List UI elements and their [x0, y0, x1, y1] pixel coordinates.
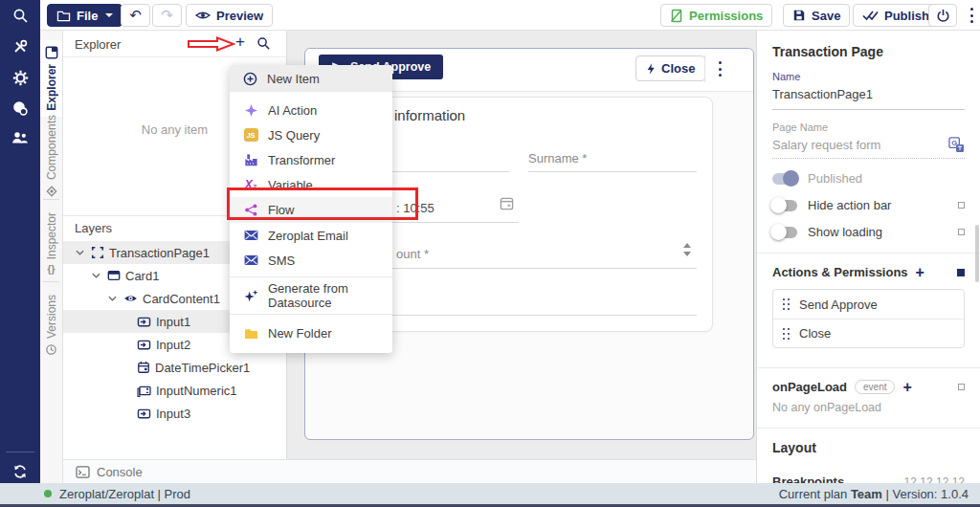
sync-icon [12, 464, 28, 479]
inspector-scrollbar[interactable] [975, 225, 979, 282]
console-bar[interactable]: Console [63, 459, 756, 483]
actions-permissions-title: Actions & Permissions [772, 265, 908, 279]
chevron-down-icon[interactable] [73, 250, 86, 255]
settings-button[interactable] [0, 64, 40, 91]
status-bar: Zeroplat/Zeroplat | Prod Current plan Te… [0, 483, 980, 504]
undo-button[interactable]: ↶ [121, 4, 150, 27]
plan-version-status: Current plan Team | Version: 1.0.4 [779, 487, 969, 501]
braces-icon: {} [48, 264, 56, 275]
action-item-close[interactable]: Close [773, 319, 964, 347]
chevron-down-icon[interactable] [89, 273, 102, 278]
datasource-button[interactable] [0, 95, 40, 121]
tab-explorer-label: Explorer [45, 64, 58, 111]
calendar-icon[interactable] [500, 196, 514, 210]
tab-versions[interactable]: Versions [40, 289, 62, 362]
page-more-options-button[interactable] [714, 61, 725, 77]
close-action-button[interactable]: Close [635, 55, 705, 81]
layers-title: Layers [75, 221, 112, 235]
show-loading-label: Show loading [808, 225, 882, 239]
menu-item-variable[interactable]: X₂ Variable [230, 172, 392, 197]
actions-list: Send Approve Close [772, 289, 965, 348]
breakpoints-value[interactable]: 12 12 12 12 [904, 475, 965, 484]
folder-icon [56, 10, 71, 22]
published-toggle[interactable] [772, 173, 797, 185]
action-item-label: Close [799, 326, 831, 341]
version-text: | Version: 1.0.4 [886, 487, 969, 501]
binding-indicator-icon[interactable] [958, 229, 965, 235]
hide-action-bar-toggle[interactable] [772, 200, 797, 211]
page-name-field-label: Page Name [772, 121, 965, 133]
tab-components-label: Components [45, 115, 58, 180]
input-field-extra[interactable] [339, 315, 697, 316]
globe-icon [12, 100, 28, 116]
search-button[interactable] [0, 2, 40, 29]
numeric-stepper[interactable] [683, 243, 691, 256]
menu-item-label: AI Action [268, 103, 317, 118]
name-field-value[interactable]: TransactionPage1 [772, 87, 965, 110]
layer-node-datetimepicker[interactable]: DateTimePicker1 [63, 356, 286, 379]
show-loading-toggle[interactable] [772, 227, 797, 238]
power-button[interactable] [928, 4, 957, 27]
breakpoints-row: Breakpoints 12 12 12 12 [772, 474, 965, 483]
add-onpageload-button[interactable]: + [902, 382, 911, 393]
menu-item-flow[interactable]: Flow [230, 197, 392, 223]
sync-button[interactable] [0, 458, 40, 485]
permissions-icon [670, 9, 683, 23]
action-item-send-approve[interactable]: Send Approve [773, 290, 964, 319]
add-item-button[interactable]: + [232, 33, 249, 52]
increment-icon[interactable] [683, 243, 691, 248]
page-name-field[interactable]: Salary request form G [772, 137, 965, 159]
layer-node-inputnumeric[interactable]: InputNumeric1 [63, 379, 286, 402]
drag-handle-icon[interactable] [783, 298, 790, 310]
ai-sparkle-icon [244, 103, 258, 118]
permissions-button[interactable]: Permissions [660, 4, 772, 27]
card-heading: information [394, 107, 465, 123]
save-label: Save [812, 9, 840, 23]
binding-indicator-icon[interactable] [957, 269, 965, 276]
menu-item-transformer[interactable]: Transformer [230, 147, 392, 172]
action-item-label: Send Approve [799, 298, 878, 312]
binding-indicator-icon[interactable] [958, 384, 965, 390]
input-field-surname[interactable] [528, 171, 697, 172]
tab-inspector[interactable]: Inspector {} [40, 207, 62, 280]
menu-item-new-folder[interactable]: New Folder [230, 319, 392, 347]
panel-divider [757, 428, 980, 429]
binding-indicator-icon[interactable] [958, 202, 965, 209]
panel-divider [757, 367, 980, 368]
publish-button[interactable]: Publish [853, 4, 939, 27]
tools-button[interactable] [0, 33, 40, 60]
translate-icon[interactable]: G [948, 137, 965, 153]
menu-item-generate-from-datasource[interactable]: Generate from Datasource [230, 281, 392, 310]
explorer-search-button[interactable] [256, 36, 271, 51]
layer-node-input3[interactable]: Input3 [63, 402, 286, 425]
menu-item-zeroplat-email[interactable]: Zeroplat Email [230, 223, 392, 248]
input-icon [137, 316, 151, 328]
input-field-amount[interactable] [339, 268, 697, 269]
add-action-button[interactable]: + [916, 267, 924, 278]
file-menu-button[interactable]: File [47, 4, 122, 27]
more-options-button[interactable] [963, 8, 980, 23]
input-icon [137, 408, 151, 420]
menu-item-sms[interactable]: SMS [230, 248, 392, 273]
users-icon [11, 131, 29, 144]
decrement-icon[interactable] [683, 252, 691, 256]
layer-node-label: Card1 [125, 269, 159, 283]
chevron-down-icon[interactable] [105, 296, 119, 301]
datetime-field-value[interactable]: : 10:55 [396, 201, 434, 215]
console-label: Console [97, 465, 143, 479]
preview-button[interactable]: Preview [186, 4, 273, 27]
menu-item-label: JS Query [268, 128, 320, 143]
save-button[interactable]: Save [783, 4, 850, 27]
redo-button[interactable]: ↷ [152, 4, 182, 27]
drag-handle-icon[interactable] [783, 328, 790, 340]
users-button[interactable] [0, 124, 40, 151]
menu-item-label: Variable [268, 178, 313, 192]
main-sidebar [0, 0, 40, 483]
menu-item-label: Generate from Datasource [268, 281, 379, 310]
eye-icon [195, 10, 211, 21]
tab-components[interactable]: Components [40, 109, 62, 204]
chevron-down-icon [105, 13, 113, 17]
tab-explorer[interactable]: Explorer [40, 40, 62, 117]
menu-item-js-query[interactable]: JS JS Query [230, 122, 392, 147]
menu-item-ai-action[interactable]: AI Action [230, 98, 392, 122]
